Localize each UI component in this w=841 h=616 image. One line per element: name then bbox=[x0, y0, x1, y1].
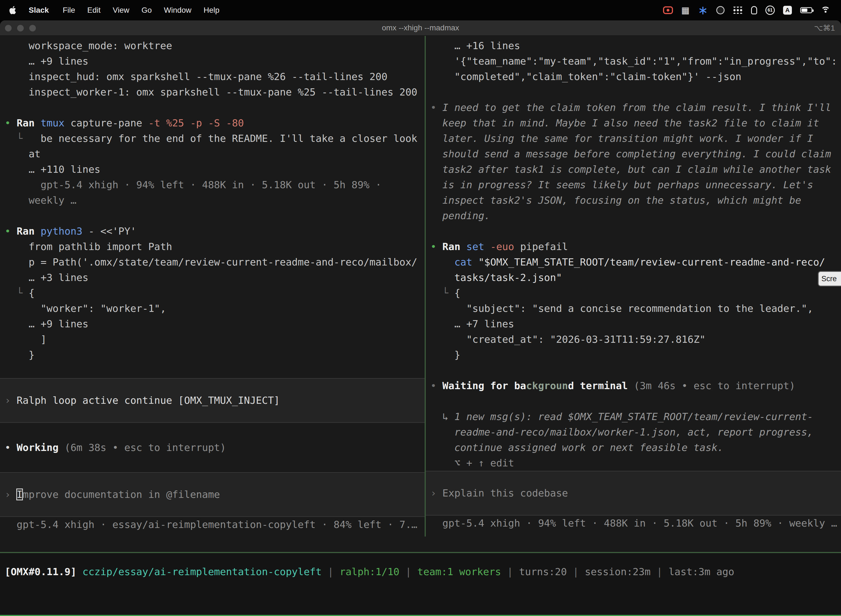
working-status: • Working (6m 38s • esc to interrupt) bbox=[0, 423, 425, 472]
terminal-line: inspect_hud: omx sparkshell --tmux-pane … bbox=[5, 69, 425, 84]
prompt-input[interactable]: › Explain this codebase bbox=[426, 471, 841, 516]
terminal-line: • Ran python3 - <<'PY' bbox=[5, 224, 425, 239]
terminal-line: • Ran set -euo pipefail bbox=[431, 239, 841, 254]
terminal-line: is in progress? It seems likely but perh… bbox=[431, 177, 841, 193]
terminal-line: └ be necessary for the end of the README… bbox=[5, 131, 425, 146]
terminal-line: task2 after task1 is complete, but can I… bbox=[431, 162, 841, 177]
omx-hud-line: [OMX#0.11.9] cczip/essay/ai-reimplementa… bbox=[5, 564, 841, 579]
terminal-line: ⌥ + ↑ edit bbox=[431, 455, 841, 471]
terminal-line bbox=[431, 363, 841, 378]
menu-bar: Slack FileEditViewGoWindowHelp ▦ ∗ 61 A bbox=[0, 0, 841, 21]
tmux-panes: workspace_mode: worktree … +9 lines insp… bbox=[0, 36, 841, 537]
window-title: omx --xhigh --madmax bbox=[382, 23, 459, 32]
terminal-line: gpt-5.4 xhigh · 94% left · 488K in · 5.1… bbox=[5, 177, 425, 193]
terminal-line: … +7 lines bbox=[431, 316, 841, 332]
window-title-bar[interactable]: omx --xhigh --madmax ⌥⌘1 bbox=[0, 21, 841, 36]
terminal-line: › Ralph loop active continue [OMX_TMUX_I… bbox=[5, 393, 420, 408]
terminal-line: inspect task2's JSON, focusing on the st… bbox=[431, 193, 841, 208]
terminal-line: inspect_worker-1: omx sparkshell --tmux-… bbox=[5, 84, 425, 100]
menubar-status-icons: ▦ ∗ 61 A bbox=[663, 4, 834, 16]
terminal-line: from pathlib import Path bbox=[5, 239, 425, 254]
terminal-line: later. Using the same for transition mig… bbox=[431, 131, 841, 146]
terminal-line: p = Path('.omx/state/team/review-current… bbox=[5, 254, 425, 270]
terminal-line: └ { bbox=[5, 285, 425, 301]
terminal-line: workspace_mode: worktree bbox=[5, 38, 425, 54]
terminal-line: └ { bbox=[431, 285, 841, 301]
terminal-line: • Ran tmux capture-pane -t %25 -p -S -80 bbox=[5, 115, 425, 131]
terminal-line: "completed","claim_token":"claim-token"}… bbox=[431, 69, 841, 84]
terminal-window: omx --xhigh --madmax ⌥⌘1 workspace_mode:… bbox=[0, 21, 841, 616]
battery-percentage-icon[interactable]: 61 bbox=[765, 4, 775, 16]
active-app-name[interactable]: Slack bbox=[24, 6, 54, 15]
terminal-line: ] bbox=[5, 332, 425, 347]
menu-item-edit[interactable]: Edit bbox=[81, 6, 107, 15]
input-source-icon[interactable]: A bbox=[783, 4, 792, 16]
terminal-line: • Working (6m 38s • esc to interrupt) bbox=[5, 440, 226, 455]
terminal-line: "worker": "worker-1", bbox=[5, 301, 425, 316]
terminal-line: gpt-5.4 xhigh · 94% left · 488K in · 5.1… bbox=[431, 516, 841, 531]
terminal-line bbox=[5, 208, 425, 224]
terminal-line: › Improve documentation in @filename bbox=[5, 487, 420, 502]
ralph-loop-banner[interactable]: › Ralph loop active continue [OMX_TMUX_I… bbox=[0, 378, 425, 423]
terminal-line: … +9 lines bbox=[5, 316, 425, 332]
window-grid-icon[interactable]: ▦ bbox=[681, 4, 690, 16]
screen-edge-overlay-text: Scre bbox=[821, 274, 837, 283]
close-button[interactable] bbox=[5, 25, 12, 31]
scrollback: … +16 lines '{"team_name":"my-team","tas… bbox=[426, 38, 841, 471]
menubar-items: FileEditViewGoWindowHelp bbox=[57, 6, 226, 15]
blue-asterisk-icon[interactable]: ∗ bbox=[698, 4, 708, 16]
pane-status-line: gpt-5.4 xhigh · essay/ai-reimplementatio… bbox=[0, 517, 425, 532]
zoom-button[interactable] bbox=[29, 25, 36, 31]
terminal-line: pending. bbox=[431, 208, 841, 224]
terminal-line: … +16 lines bbox=[431, 38, 841, 54]
terminal-line: … +110 lines bbox=[5, 162, 425, 177]
terminal-line bbox=[5, 363, 425, 378]
menu-item-go[interactable]: Go bbox=[135, 6, 158, 15]
menu-item-help[interactable]: Help bbox=[198, 6, 226, 15]
terminal-line: weekly … bbox=[5, 193, 425, 208]
terminal-line bbox=[431, 224, 841, 239]
terminal-line: tasks/task-2.json" bbox=[431, 270, 841, 285]
terminal-line: › Explain this codebase bbox=[431, 485, 836, 501]
right-pane[interactable]: … +16 lines '{"team_name":"my-team","tas… bbox=[426, 36, 841, 537]
terminal-line: [OMX#0.11.9] cczip/essay/ai-reimplementa… bbox=[5, 564, 841, 579]
screen-recording-icon[interactable] bbox=[663, 4, 673, 16]
prompt-input[interactable]: › Improve documentation in @filename bbox=[0, 472, 425, 517]
apple-logo-icon[interactable] bbox=[9, 6, 16, 14]
tmux-status-bar: [omx-cczip0:bash* "MacBook-Pro-44.local"… bbox=[0, 615, 841, 616]
scrollback: workspace_mode: worktree … +9 lines insp… bbox=[0, 38, 425, 378]
terminal-line: "created_at": "2026-03-31T11:59:27.816Z" bbox=[431, 332, 841, 347]
terminal-line: '{"team_name":"my-team","task_id":"1","f… bbox=[431, 54, 841, 69]
terminal-line: readme-and-reco/mailbox/worker-1.json, a… bbox=[431, 424, 841, 440]
terminal-line: "subject": "send a concise recommendatio… bbox=[431, 301, 841, 316]
battery-icon[interactable] bbox=[800, 4, 812, 16]
dots-grid-icon[interactable] bbox=[733, 4, 743, 16]
window-shortcut: ⌥⌘1 bbox=[814, 23, 835, 32]
ghost-icon[interactable] bbox=[751, 4, 757, 16]
traffic-lights bbox=[5, 21, 36, 36]
terminal-line: ↳ 1 new msg(s): read $OMX_TEAM_STATE_ROO… bbox=[431, 409, 841, 424]
pane-status-line: gpt-5.4 xhigh · 94% left · 488K in · 5.1… bbox=[426, 516, 841, 531]
terminal-line: at bbox=[5, 146, 425, 162]
terminal-line: should send a message before completing … bbox=[431, 146, 841, 162]
terminal-line: keep that in mind. Maybe I also need the… bbox=[431, 115, 841, 131]
omx-hud: [OMX#0.11.9] cczip/essay/ai-reimplementa… bbox=[0, 553, 841, 616]
terminal-line: • Waiting for background terminal (3m 46… bbox=[431, 378, 841, 393]
terminal-line: gpt-5.4 xhigh · essay/ai-reimplementatio… bbox=[5, 517, 425, 532]
terminal-line: } bbox=[431, 347, 841, 363]
menu-item-view[interactable]: View bbox=[107, 6, 135, 15]
terminal-line: } bbox=[5, 347, 425, 363]
dark-circle-icon[interactable] bbox=[716, 4, 725, 16]
left-pane[interactable]: workspace_mode: worktree … +9 lines insp… bbox=[0, 36, 425, 537]
terminal-line bbox=[5, 100, 425, 115]
terminal-line: continue assigned work or next feasible … bbox=[431, 440, 841, 455]
terminal-line: … +9 lines bbox=[5, 54, 425, 69]
terminal-line bbox=[431, 393, 841, 409]
terminal-line bbox=[431, 84, 841, 100]
menu-item-file[interactable]: File bbox=[57, 6, 81, 15]
menu-item-window[interactable]: Window bbox=[158, 6, 198, 15]
screen-edge-overlay: Scre bbox=[818, 271, 841, 286]
wifi-icon[interactable] bbox=[820, 4, 831, 16]
minimize-button[interactable] bbox=[17, 25, 24, 31]
terminal-line: … +3 lines bbox=[5, 270, 425, 285]
